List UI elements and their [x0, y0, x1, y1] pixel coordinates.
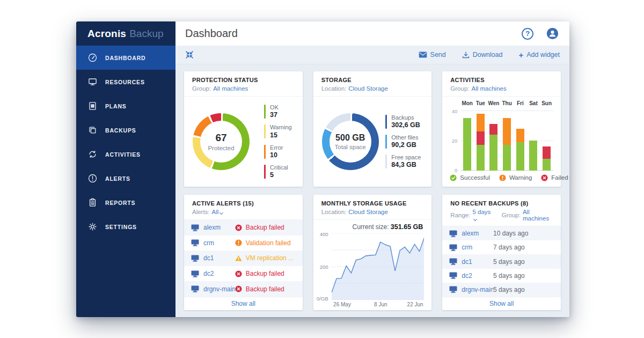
machine-name-link[interactable]: drgnv-main	[203, 285, 235, 293]
activities-bar	[474, 111, 487, 171]
activities-bar	[500, 111, 514, 171]
machine-cell: drgnv-main	[449, 286, 493, 293]
storage-legend: Backups302,6 GBOther files90,2 GBFree sp…	[385, 114, 421, 170]
caution-badge-icon	[235, 255, 242, 262]
warning-badge-icon	[499, 174, 506, 181]
location-label: Location:	[321, 85, 347, 92]
usage-y-axis: 400 200 0/GB	[318, 233, 332, 300]
alerts-rows: alexmBackup failedcrmValidation faileddc…	[184, 220, 303, 297]
alert-status-text: Validation failed	[246, 239, 291, 247]
day-label: Mon	[460, 100, 474, 108]
usage-x-axis: 26 May 8 Jun 22 Jun	[332, 300, 425, 308]
legend-item: Warning15	[264, 124, 292, 139]
activities-legend: SuccessfulWarningFailed	[449, 171, 553, 185]
legend-text: Other files90,2 GB	[391, 134, 418, 149]
widgets-grid: PROTECTION STATUS Group: All machines 67…	[175, 64, 569, 317]
group-filter-link[interactable]: All machines	[523, 209, 553, 222]
total-space-label: Total space	[335, 144, 366, 150]
machine-name-link[interactable]: dc2	[462, 272, 472, 280]
storage-header: STORAGE Location: Cloud Storage	[313, 71, 432, 97]
add-widget-button[interactable]: + Add widget	[518, 51, 560, 59]
no-recent-body: alexm10 days agocrm7 days agodc15 days a…	[442, 226, 561, 310]
legend-label: Backups	[391, 114, 420, 121]
activities-bar	[527, 111, 540, 171]
legend-label: Warning	[270, 124, 292, 131]
machine-name-link[interactable]: alexm	[462, 230, 479, 237]
y-tick-40: 40	[448, 108, 457, 114]
legend-text: Critical5	[270, 164, 288, 179]
help-button[interactable]: ?	[522, 28, 533, 40]
legend-item: OK37	[264, 104, 292, 119]
machine-cell: crm	[191, 239, 235, 247]
legend-value: 15	[270, 131, 292, 139]
machine-name-link[interactable]: drgnv-main	[462, 286, 493, 293]
group-filter-link[interactable]: All machines	[472, 85, 507, 92]
machine-icon	[191, 270, 199, 277]
machine-name-link[interactable]: crm	[462, 244, 472, 251]
plus-icon: +	[518, 51, 523, 59]
machine-name-link[interactable]: dc1	[462, 258, 472, 266]
legend-item: Other files90,2 GB	[385, 134, 421, 149]
sidebar-item-activities[interactable]: ACTIVITIES	[76, 142, 175, 166]
sidebar-item-reports[interactable]: REPORTS	[76, 190, 175, 215]
bar-segment-successful	[503, 145, 511, 171]
no-recent-header: NO RECENT BACKUPS (8) Range: 5 days Grou…	[442, 195, 561, 226]
legend-color-bar	[264, 165, 266, 179]
sidebar-item-settings[interactable]: SETTINGS	[76, 215, 175, 239]
send-button[interactable]: Send	[419, 51, 446, 58]
group-filter-link[interactable]: All machines	[213, 85, 248, 92]
legend-value: 37	[270, 111, 279, 119]
machine-name-link[interactable]: crm	[203, 239, 214, 247]
no-recent-show-all-link[interactable]: Show all	[442, 297, 561, 310]
success-badge-icon	[450, 174, 457, 181]
widget-no-recent-backups: NO RECENT BACKUPS (8) Range: 5 days Grou…	[442, 195, 561, 310]
sidebar-item-dashboard[interactable]: DASHBOARD	[76, 46, 175, 70]
y-tick-0gb: 0/GB	[317, 296, 328, 302]
machine-cell: drgnv-main	[191, 285, 235, 293]
usage-title: MONTHLY STORAGE USAGE	[321, 200, 424, 207]
sidebar-item-backups[interactable]: BACKUPS	[76, 118, 175, 142]
alerts-show-all-link[interactable]: Show all	[184, 297, 303, 310]
legend-label: Critical	[270, 164, 288, 171]
collapse-widgets-icon[interactable]	[185, 50, 194, 59]
machine-cell: alexm	[191, 224, 235, 231]
sidebar-item-resources[interactable]: RESOURCES	[76, 70, 175, 94]
alerts-header: ACTIVE ALERTS (15) Alerts: All	[184, 195, 303, 220]
no-recent-backup-row: dc25 days ago	[442, 269, 561, 283]
no-recent-backup-row: dc15 days ago	[442, 254, 561, 268]
location-link[interactable]: Cloud Storage	[348, 209, 388, 215]
machine-name-link[interactable]: alexm	[203, 224, 221, 231]
location-link[interactable]: Cloud Storage	[348, 85, 388, 92]
no-recent-backup-row: drgnv-main5 days ago	[442, 283, 561, 297]
add-widget-label: Add widget	[526, 51, 560, 58]
alert-row: drgnv-mainBackup failed	[184, 281, 303, 297]
last-backup-time: 5 days ago	[493, 272, 525, 280]
activities-day-labels: MonTueWenThuFriSatSun	[460, 100, 553, 108]
activities-bar	[514, 111, 527, 171]
legend-value: 302,6 GB	[391, 121, 420, 129]
range-dropdown[interactable]: 5 days	[472, 209, 492, 222]
y-tick-200: 200	[320, 264, 328, 270]
machine-name-link[interactable]: dc2	[203, 270, 214, 277]
machine-name-link[interactable]: dc1	[203, 254, 214, 262]
activities-bar-chart: 40 20 0	[460, 111, 553, 171]
sidebar-item-alerts[interactable]: ALERTS	[76, 166, 175, 190]
chevron-down-icon	[473, 217, 477, 221]
legend-text: Error10	[270, 144, 283, 159]
account-button[interactable]	[546, 27, 559, 40]
widget-storage: STORAGE Location: Cloud Storage 500 GB T…	[313, 71, 432, 187]
activities-legend-item: Warning	[499, 174, 532, 181]
sidebar-nav: DASHBOARDRESOURCESPLANSBACKUPSACTIVITIES…	[76, 46, 175, 239]
legend-item: Backups302,6 GB	[385, 114, 421, 129]
logo-brand: Acronis	[87, 28, 126, 40]
sidebar-item-plans[interactable]: PLANS	[76, 94, 175, 118]
usage-line-chart: 400 200 0/GB	[318, 233, 425, 300]
download-button[interactable]: Download	[462, 51, 503, 58]
machine-cell: dc1	[449, 258, 493, 266]
download-icon	[462, 51, 470, 58]
alerts-filter-dropdown[interactable]: All	[212, 209, 223, 215]
legend-text: Free space84,3 GB	[391, 154, 421, 169]
protection-donut-chart: 67 Protected	[193, 113, 250, 170]
machine-icon	[191, 224, 199, 231]
activities-legend-label: Failed	[551, 174, 568, 181]
